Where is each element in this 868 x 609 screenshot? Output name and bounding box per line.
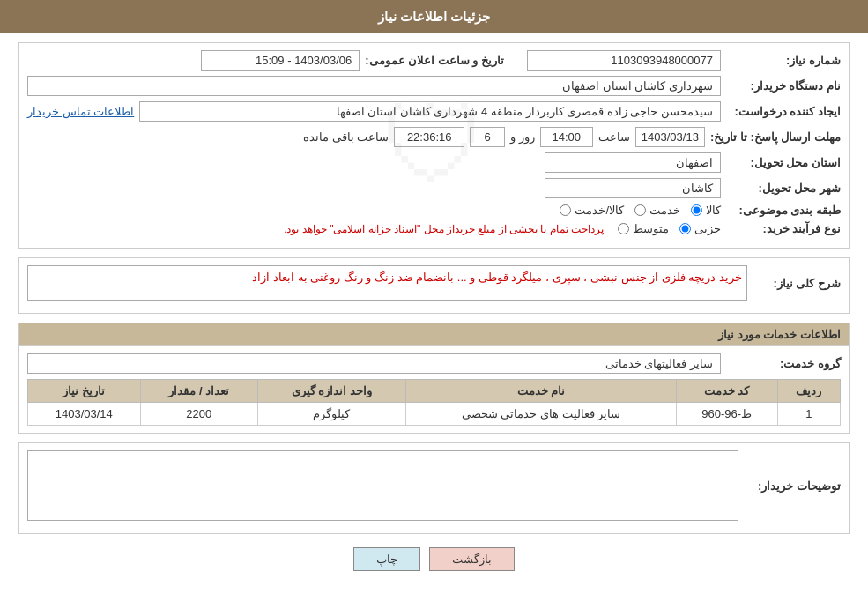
row-service-group: گروه خدمت: سایر فعالیتهای خدماتی [27, 353, 841, 374]
deadline-remaining-label: ساعت باقی مانده [303, 130, 389, 144]
col-quantity: تعداد / مقدار [140, 380, 257, 403]
table-row: 1ط-96-960سایر فعالیت های خدماتی شخصیکیلو… [28, 403, 841, 426]
city-value: کاشان [545, 178, 721, 198]
back-button[interactable]: بازگشت [429, 547, 515, 571]
cell-code: ط-96-960 [676, 403, 777, 426]
buyer-notes-value [27, 450, 738, 521]
deadline-label: مهلت ارسال پاسخ: تا تاریخ: [710, 130, 841, 144]
services-header: اطلاعات خدمات مورد نیاز [19, 323, 849, 346]
purchase-option-2[interactable]: متوسط [618, 222, 669, 235]
cell-name: سایر فعالیت های خدماتی شخصی [406, 403, 677, 426]
date-value: 1403/03/06 - 15:09 [201, 50, 360, 71]
cell-unit: کیلوگرم [257, 403, 405, 426]
buyer-org-label: نام دستگاه خریدار: [726, 79, 841, 93]
purchase-radio-2[interactable] [618, 223, 629, 234]
page-header: جزئیات اطلاعات نیاز [0, 0, 868, 33]
date-label: تاریخ و ساعت اعلان عمومی: [365, 54, 504, 67]
purchase-option-1[interactable]: جزیی [679, 222, 721, 235]
creator-link[interactable]: اطلاعات تماس خریدار [27, 105, 134, 118]
need-desc-label: شرح کلی نیاز: [753, 277, 841, 290]
purchase-label-2: متوسط [633, 222, 669, 235]
deadline-time-label: ساعت [598, 130, 630, 144]
purchase-note: پرداخت تمام یا بخشی از مبلغ خریداز محل "… [284, 223, 604, 235]
category-radio-3[interactable] [560, 204, 571, 216]
category-label: طبقه بندی موضوعی: [726, 204, 841, 217]
category-label-2: خدمت [649, 204, 680, 217]
buyer-notes-section: توضیحات خریدار: [18, 442, 850, 534]
creator-value: سیدمحسن حاجی زاده قمصری کاربرداز منطقه 4… [139, 101, 721, 122]
buyer-notes-row: توضیحات خریدار: [19, 443, 849, 528]
need-description-section: شرح کلی نیاز: خرید دریچه فلزی از جنس نبش… [18, 257, 850, 314]
services-section: اطلاعات خدمات مورد نیاز گروه خدمت: سایر … [18, 323, 850, 434]
row-city: شهر محل تحویل: کاشان [27, 178, 841, 198]
deadline-remaining: 22:36:16 [394, 127, 464, 147]
category-option-1[interactable]: کالا [691, 204, 721, 217]
services-table: ردیف کد خدمت نام خدمت واحد اندازه گیری ت… [27, 379, 841, 426]
need-number-value: 1103093948000077 [527, 50, 721, 71]
row-deadline: مهلت ارسال پاسخ: تا تاریخ: 1403/03/13 سا… [27, 127, 841, 147]
category-radio-1[interactable] [691, 204, 702, 216]
purchase-radio-group: متوسط جزیی [618, 222, 721, 235]
cell-quantity: 2200 [140, 403, 257, 426]
city-label: شهر محل تحویل: [726, 182, 841, 195]
col-unit: واحد اندازه گیری [257, 380, 405, 403]
row-purchase-type: نوع فرآیند خرید: متوسط جزیی پرداخت تمام … [27, 222, 841, 235]
cell-date: 1403/03/14 [28, 403, 141, 426]
cell-row: 1 [777, 403, 840, 426]
deadline-day-label: روز و [510, 130, 535, 144]
print-button[interactable]: چاپ [353, 547, 420, 571]
col-date: تاریخ نیاز [28, 380, 141, 403]
deadline-days: 6 [470, 127, 505, 147]
category-radio-2[interactable] [634, 204, 646, 216]
row-category: طبقه بندی موضوعی: کالا/خدمت خدمت کالا [27, 204, 841, 217]
buyer-notes-label: توضیحات خریدار: [744, 479, 841, 493]
need-desc-row: شرح کلی نیاز: خرید دریچه فلزی از جنس نبش… [19, 258, 849, 308]
need-desc-value: خرید دریچه فلزی از جنس نبشی ، سپری ، میل… [27, 265, 747, 301]
row-buyer-org: نام دستگاه خریدار: شهرداری کاشان استان ا… [27, 76, 841, 96]
need-number-label: شماره نیاز: [726, 54, 841, 67]
col-code: کد خدمت [676, 380, 777, 403]
creator-label: ایجاد کننده درخواست: [726, 105, 841, 118]
deadline-date: 1403/03/13 [635, 127, 705, 147]
main-info-section: 🛡 شماره نیاز: 1103093948000077 تاریخ و س… [18, 42, 850, 249]
purchase-radio-1[interactable] [679, 223, 691, 234]
col-name: نام خدمت [406, 380, 677, 403]
category-label-3: کالا/خدمت [575, 204, 624, 217]
row-province: استان محل تحویل: اصفهان [27, 152, 841, 173]
service-group-value: سایر فعالیتهای خدماتی [27, 353, 721, 374]
province-value: اصفهان [545, 152, 721, 173]
deadline-time: 14:00 [540, 127, 593, 147]
row-number-date: شماره نیاز: 1103093948000077 تاریخ و ساع… [27, 50, 841, 71]
buyer-org-value: شهرداری کاشان استان اصفهان [27, 76, 721, 96]
table-header-row: ردیف کد خدمت نام خدمت واحد اندازه گیری ت… [28, 380, 841, 403]
services-content: گروه خدمت: سایر فعالیتهای خدماتی ردیف کد… [19, 346, 849, 433]
category-radio-group: کالا/خدمت خدمت کالا [560, 204, 721, 217]
category-option-3[interactable]: کالا/خدمت [560, 204, 624, 217]
category-option-2[interactable]: خدمت [634, 204, 680, 217]
main-info-content: 🛡 شماره نیاز: 1103093948000077 تاریخ و س… [19, 43, 849, 248]
service-group-label: گروه خدمت: [726, 357, 841, 370]
buttons-row: بازگشت چاپ [18, 547, 850, 571]
category-label-1: کالا [706, 204, 721, 217]
header-title: جزئیات اطلاعات نیاز [378, 9, 490, 24]
row-creator: ایجاد کننده درخواست: سیدمحسن حاجی زاده ق… [27, 101, 841, 122]
purchase-label-1: جزیی [694, 222, 721, 235]
province-label: استان محل تحویل: [726, 156, 841, 169]
purchase-type-label: نوع فرآیند خرید: [726, 222, 841, 235]
col-row: ردیف [777, 380, 840, 403]
